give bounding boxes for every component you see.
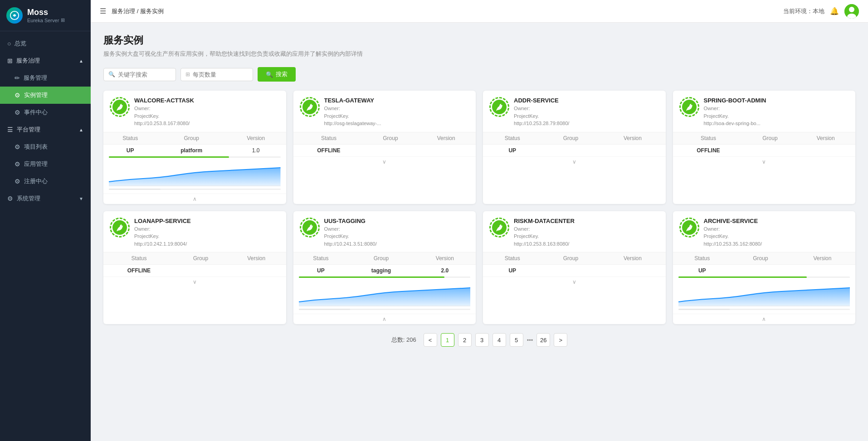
status-header: Status bbox=[483, 252, 542, 265]
pagesize-input[interactable]: ⊞ bbox=[180, 68, 253, 81]
url-label: http://10.253.8.167:8080/ bbox=[134, 120, 280, 127]
pagesize-field[interactable] bbox=[193, 71, 248, 78]
app-subtitle: Eureka Server ⊞ bbox=[27, 17, 65, 23]
url-label: http://10.253.8.163:8080/ bbox=[514, 240, 659, 248]
group-cell bbox=[175, 265, 227, 277]
pagination: 总数: 206 < 1 2 3 4 5 ••• 26 > bbox=[103, 324, 855, 356]
group-header: Group bbox=[542, 252, 600, 265]
status-cell: OFFLINE bbox=[673, 144, 744, 156]
card-meta: Owner: ProjectKey. http://10.253.8.167:8… bbox=[134, 105, 280, 127]
owner-label: Owner: bbox=[704, 105, 849, 112]
expand-toggle-button[interactable]: ∧ bbox=[382, 316, 386, 322]
prev-page-button[interactable]: < bbox=[424, 333, 437, 347]
expand-toggle-button[interactable]: ∨ bbox=[572, 279, 576, 285]
status-header: Status bbox=[103, 132, 157, 144]
sidebar-item-instance-manage[interactable]: ⚙ 实例管理 bbox=[0, 87, 91, 104]
sidebar-item-platform-mgmt[interactable]: ☰ 平台管理 ▲ bbox=[0, 121, 91, 138]
table-row: OFFLINE bbox=[673, 144, 856, 156]
expand-toggle-button[interactable]: ∨ bbox=[572, 159, 576, 165]
card-footer: ∧ bbox=[103, 194, 286, 204]
page-26-button[interactable]: 26 bbox=[536, 333, 550, 347]
service-card: RISKM-DATACENTER Owner: ProjectKey. http… bbox=[483, 211, 666, 325]
card-header: UUS-TAGGING Owner: ProjectKey. http://10… bbox=[293, 211, 476, 252]
page-description: 服务实例大盘可视化生产所有应用实例，帮助您快速找到您负责或收藏的应用并了解实例的… bbox=[103, 50, 855, 58]
chart-area bbox=[293, 281, 476, 309]
card-meta: Owner: ProjectKey. http://soa-dev-spring… bbox=[704, 105, 849, 127]
service-name: ARCHIVE-SERVICE bbox=[704, 218, 849, 224]
card-header: ADDR-SERVICE Owner: ProjectKey. http://1… bbox=[483, 91, 666, 132]
status-header: Status bbox=[103, 252, 175, 265]
next-page-button[interactable]: > bbox=[554, 333, 567, 347]
search-icon: 🔍 bbox=[266, 71, 273, 78]
status-cell: UP bbox=[483, 265, 542, 277]
service-card: LOANAPP-SERVICE Owner: ProjectKey. http:… bbox=[103, 211, 286, 325]
card-progress bbox=[293, 276, 476, 281]
service-card: UUS-TAGGING Owner: ProjectKey. http://10… bbox=[293, 211, 476, 325]
sidebar-item-service-manage[interactable]: ✏ 服务管理 bbox=[0, 69, 91, 87]
keyword-field[interactable] bbox=[118, 71, 171, 78]
menu-toggle-button[interactable]: ☰ bbox=[100, 7, 106, 15]
breadcrumb: 服务治理 / 服务实例 bbox=[112, 7, 164, 15]
sidebar-item-app-manage[interactable]: ⚙ 应用管理 bbox=[0, 155, 91, 173]
status-header: Status bbox=[673, 132, 744, 144]
card-meta: Owner: ProjectKey. http://osg-teslagatew… bbox=[324, 105, 470, 127]
notification-icon[interactable]: 🔔 bbox=[830, 7, 839, 15]
card-logo bbox=[110, 97, 130, 117]
expand-toggle-button[interactable]: ∧ bbox=[762, 316, 766, 322]
card-footer: ∧ bbox=[673, 314, 856, 324]
card-meta: Owner: ProjectKey. http://10.253.35.162:… bbox=[704, 225, 849, 248]
card-header: LOANAPP-SERVICE Owner: ProjectKey. http:… bbox=[103, 211, 286, 252]
search-button[interactable]: 🔍 搜索 bbox=[258, 67, 296, 82]
card-footer: ∨ bbox=[673, 156, 856, 167]
page-2-button[interactable]: 2 bbox=[458, 333, 472, 347]
table-row: OFFLINE bbox=[293, 144, 476, 156]
expand-toggle-button[interactable]: ∨ bbox=[762, 159, 766, 165]
sidebar-item-service-mgmt[interactable]: ⊞ 服务治理 ▲ bbox=[0, 52, 91, 69]
expand-toggle-button[interactable]: ∨ bbox=[382, 159, 386, 165]
page-3-button[interactable]: 3 bbox=[475, 333, 489, 347]
chevron-down-icon: ▼ bbox=[79, 196, 83, 201]
version-cell: 2.0 bbox=[414, 265, 476, 277]
service-name: SPRING-BOOT-ADMIN bbox=[704, 97, 849, 104]
status-header: Status bbox=[483, 132, 542, 144]
card-table: Status Group Version OFFLINE bbox=[103, 252, 286, 276]
version-header: Version bbox=[600, 252, 665, 265]
group-header: Group bbox=[348, 252, 414, 265]
version-header: Version bbox=[227, 252, 286, 265]
card-table: Status Group Version UP bbox=[483, 252, 666, 276]
sidebar-item-sys-manage[interactable]: ⚙ 系统管理 ▼ bbox=[0, 190, 91, 207]
expand-toggle-button[interactable]: ∨ bbox=[193, 279, 197, 285]
sidebar-item-overview[interactable]: ○ 总览 bbox=[0, 35, 91, 52]
group-header: Group bbox=[157, 132, 225, 144]
card-info: RISKM-DATACENTER Owner: ProjectKey. http… bbox=[514, 218, 659, 248]
version-cell bbox=[416, 144, 476, 156]
sidebar-item-event-center[interactable]: ⚙ 事件中心 bbox=[0, 104, 91, 121]
sidebar-nav: ○ 总览 ⊞ 服务治理 ▲ ✏ 服务管理 ⚙ 实例管理 ⚙ 事件中心 ☰ 平台管… bbox=[0, 31, 91, 441]
card-logo bbox=[679, 97, 699, 117]
service-name: TESLA-GATEWAY bbox=[324, 97, 470, 104]
sidebar-item-project-list[interactable]: ⚙ 项目列表 bbox=[0, 138, 91, 155]
avatar[interactable] bbox=[844, 4, 859, 19]
page-5-button[interactable]: 5 bbox=[510, 333, 523, 347]
card-meta: Owner: ProjectKey. http://10.242.1.19:80… bbox=[134, 225, 280, 248]
table-row: UP bbox=[483, 144, 666, 156]
overview-icon: ○ bbox=[7, 40, 11, 47]
expand-toggle-button[interactable]: ∧ bbox=[193, 196, 197, 202]
owner-label: Owner: bbox=[704, 225, 849, 233]
page-1-button[interactable]: 1 bbox=[441, 333, 454, 347]
keyword-search-input[interactable]: 🔍 bbox=[103, 68, 176, 81]
main-content: ☰ 服务治理 / 服务实例 当前环境：本地 🔔 服务实例 服务实例大盘可视化生产… bbox=[91, 0, 868, 441]
card-logo bbox=[300, 97, 320, 117]
page-4-button[interactable]: 4 bbox=[493, 333, 506, 347]
gear-icon: ⚙ bbox=[15, 92, 20, 99]
service-card: WALCORE-ACTTASK Owner: ProjectKey. http:… bbox=[103, 91, 286, 204]
owner-label: Owner: bbox=[324, 105, 470, 112]
card-logo bbox=[110, 218, 130, 237]
card-footer: ∨ bbox=[293, 156, 476, 167]
owner-label: Owner: bbox=[324, 225, 470, 233]
chart-area bbox=[103, 161, 286, 189]
table-row: OFFLINE bbox=[103, 265, 286, 277]
sidebar-item-register-center[interactable]: ⚙ 注册中心 bbox=[0, 173, 91, 190]
service-card: SPRING-BOOT-ADMIN Owner: ProjectKey. htt… bbox=[673, 91, 856, 204]
topbar: ☰ 服务治理 / 服务实例 当前环境：本地 🔔 bbox=[91, 0, 868, 23]
